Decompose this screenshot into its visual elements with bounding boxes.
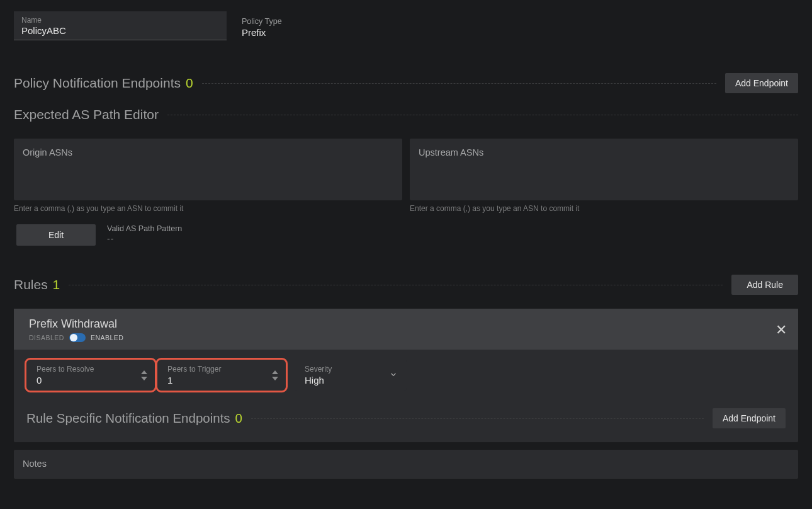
divider <box>202 83 716 84</box>
close-icon[interactable]: ✕ <box>775 323 787 337</box>
decrement-icon[interactable] <box>272 377 278 380</box>
notes-label: Notes <box>23 459 789 469</box>
enabled-label: ENABLED <box>91 334 124 341</box>
name-label: Name <box>21 16 219 25</box>
rule-endpoints-count: 0 <box>235 411 242 425</box>
edit-button[interactable]: Edit <box>16 224 96 246</box>
add-endpoint-button[interactable]: Add Endpoint <box>725 73 798 93</box>
peers-to-trigger-label: Peers to Trigger <box>167 365 261 374</box>
decrement-icon[interactable] <box>141 377 147 380</box>
policy-endpoints-title: Policy Notification Endpoints <box>14 76 181 90</box>
divider <box>69 285 723 285</box>
severity-value: High <box>305 375 381 386</box>
section-title: Rule Specific Notification Endpoints 0 <box>26 411 242 426</box>
policy-type-label: Policy Type <box>242 17 282 26</box>
pattern-info: Valid AS Path Pattern -- <box>107 224 182 244</box>
peers-to-resolve-label: Peers to Resolve <box>37 365 130 374</box>
pattern-label: Valid AS Path Pattern <box>107 224 182 233</box>
peers-to-resolve-input[interactable]: Peers to Resolve 0 <box>26 360 155 391</box>
name-field-container[interactable]: Name <box>14 11 227 40</box>
origin-asns-input[interactable]: Origin ASNs <box>14 139 402 200</box>
section-title: Policy Notification Endpoints 0 <box>14 76 193 91</box>
upstream-asns-label: Upstream ASNs <box>419 147 789 157</box>
origin-asns-hint: Enter a comma (,) as you type an ASN to … <box>14 204 402 213</box>
add-rule-button[interactable]: Add Rule <box>731 275 798 295</box>
policy-type: Policy Type Prefix <box>242 17 282 40</box>
policy-endpoints-count: 0 <box>186 76 193 90</box>
rules-title: Rules <box>14 277 48 292</box>
add-rule-endpoint-button[interactable]: Add Endpoint <box>713 408 786 428</box>
increment-icon[interactable] <box>272 370 278 374</box>
section-title: Rules 1 <box>14 277 60 292</box>
divider <box>251 418 704 419</box>
rule-card: Prefix Withdrawal DISABLED ENABLED ✕ Pee… <box>14 309 798 442</box>
increment-icon[interactable] <box>141 370 147 374</box>
upstream-asns-input[interactable]: Upstream ASNs <box>410 139 798 200</box>
disabled-label: DISABLED <box>29 334 64 341</box>
pattern-value: -- <box>107 234 182 244</box>
peers-to-resolve-value: 0 <box>37 375 130 386</box>
upstream-asns-hint: Enter a comma (,) as you type an ASN to … <box>410 204 798 213</box>
origin-asns-label: Origin ASNs <box>23 147 393 157</box>
rule-enable-toggle[interactable] <box>69 333 86 342</box>
as-path-editor-title: Expected AS Path Editor <box>14 107 159 122</box>
peers-to-trigger-input[interactable]: Peers to Trigger 1 <box>157 360 286 391</box>
rules-count: 1 <box>53 277 60 292</box>
chevron-down-icon <box>389 370 398 380</box>
severity-label: Severity <box>305 365 381 374</box>
rule-endpoints-title: Rule Specific Notification Endpoints <box>26 411 230 425</box>
divider <box>167 115 798 115</box>
rule-title: Prefix Withdrawal <box>29 317 123 331</box>
peers-to-trigger-value: 1 <box>167 375 261 386</box>
policy-type-value: Prefix <box>242 27 282 38</box>
severity-select[interactable]: Severity High <box>295 360 407 391</box>
notes-input[interactable]: Notes <box>14 450 798 479</box>
name-input[interactable] <box>21 25 219 36</box>
